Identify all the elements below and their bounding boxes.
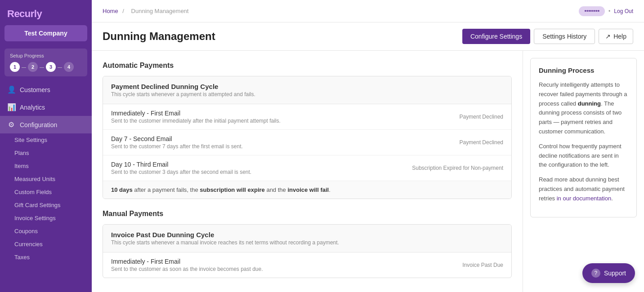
user-pill: •••••••• bbox=[579, 6, 605, 16]
configuration-icon: ⚙ bbox=[7, 120, 15, 129]
expire-notice: 10 days after a payment fails, the subsc… bbox=[103, 181, 511, 199]
support-icon: ? bbox=[591, 269, 600, 278]
right-panel: Dunning Process Recurly intelligently at… bbox=[523, 51, 644, 292]
automatic-card-header: Payment Declined Dunning Cycle This cycl… bbox=[103, 76, 511, 104]
sidebar-item-customers[interactable]: 👤 Customers bbox=[0, 81, 92, 98]
step-dot-3: — bbox=[58, 65, 62, 70]
cycle-row-3-badge: Subscription Expired for Non-payment bbox=[412, 165, 503, 171]
breadcrumb-separator: / bbox=[122, 8, 125, 14]
page-header: Dunning Management Configure Settings Se… bbox=[92, 22, 644, 51]
main: Home / Dunning Management •••••••• • Log… bbox=[92, 0, 644, 292]
step-4: 4 bbox=[64, 62, 74, 72]
sidebar-sub-currencies[interactable]: Currencies bbox=[0, 238, 92, 251]
manual-cycle-row-1-name: Immediately - First Email bbox=[111, 258, 263, 265]
sidebar-item-label-customers: Customers bbox=[20, 86, 50, 93]
main-content: Automatic Payments Payment Declined Dunn… bbox=[92, 51, 523, 292]
automatic-card-title: Payment Declined Dunning Cycle bbox=[111, 83, 503, 90]
manual-cycle-row-1: Immediately - First Email Sent to the cu… bbox=[103, 252, 511, 278]
automatic-payments-title: Automatic Payments bbox=[103, 62, 512, 70]
sidebar: Recurly Test Company Setup Progress 1 — … bbox=[0, 0, 92, 292]
content-area: Automatic Payments Payment Declined Dunn… bbox=[92, 51, 644, 292]
help-button[interactable]: ↗ Help bbox=[599, 29, 633, 44]
analytics-icon: 📊 bbox=[7, 103, 15, 111]
cycle-row-3: Day 10 - Third Email Sent to the custome… bbox=[103, 155, 511, 181]
customers-icon: 👤 bbox=[7, 85, 15, 94]
expire-inv-action: will fail bbox=[309, 186, 329, 193]
topbar-right: •••••••• • Log Out bbox=[579, 6, 633, 16]
manual-card-header: Invoice Past Due Dunning Cycle This cycl… bbox=[103, 225, 511, 252]
manual-cycle-row-1-badge: Invoice Past Due bbox=[462, 262, 503, 268]
sidebar-item-configuration[interactable]: ⚙ Configuration bbox=[0, 116, 92, 133]
step-2: 2 bbox=[28, 62, 38, 72]
setup-progress-label: Setup Progress bbox=[10, 53, 82, 58]
manual-payments-title: Manual Payments bbox=[103, 210, 512, 218]
sidebar-item-label-analytics: Analytics bbox=[20, 104, 45, 111]
manual-cycle-row-1-desc: Sent to the customer as soon as the invo… bbox=[111, 266, 263, 272]
sidebar-sub-site-settings[interactable]: Site Settings bbox=[0, 133, 92, 146]
page-title: Dunning Management bbox=[103, 30, 215, 43]
topbar: Home / Dunning Management •••••••• • Log… bbox=[92, 0, 644, 22]
logo-text: Recurly bbox=[7, 8, 42, 19]
sidebar-sub-plans[interactable]: Plans bbox=[0, 146, 92, 159]
logo: Recurly bbox=[0, 0, 92, 25]
sidebar-sub-items[interactable]: Items bbox=[0, 159, 92, 173]
cycle-row-1-name: Immediately - First Email bbox=[111, 110, 281, 117]
expire-inv-word: invoice bbox=[287, 186, 308, 193]
expire-sub-action: will expire bbox=[237, 186, 265, 193]
header-actions: Configure Settings Settings History ↗ He… bbox=[462, 29, 633, 44]
cycle-row-2-badge: Payment Declined bbox=[460, 139, 503, 146]
settings-history-button[interactable]: Settings History bbox=[534, 29, 595, 44]
cycle-row-2-desc: Sent to the customer 7 days after the fi… bbox=[111, 143, 243, 150]
support-label: Support bbox=[604, 270, 626, 277]
external-link-icon: ↗ bbox=[605, 33, 611, 40]
cycle-row-2-name: Day 7 - Second Email bbox=[111, 135, 243, 142]
cycle-row-3-name: Day 10 - Third Email bbox=[111, 161, 251, 168]
cycle-row-2: Day 7 - Second Email Sent to the custome… bbox=[103, 130, 511, 155]
dunning-para3-end: . bbox=[611, 195, 613, 202]
automatic-card-sub: This cycle starts whenever a payment is … bbox=[111, 91, 503, 97]
cycle-row-1-desc: Sent to the customer immediately after t… bbox=[111, 118, 281, 124]
breadcrumb: Home / Dunning Management bbox=[103, 8, 191, 14]
step-dot-1: — bbox=[22, 65, 26, 70]
sidebar-sub-gift-card-settings[interactable]: Gift Card Settings bbox=[0, 199, 92, 212]
dunning-process-title: Dunning Process bbox=[539, 66, 628, 74]
dunning-process-para2: Control how frequently payment decline n… bbox=[539, 142, 628, 170]
cycle-row-3-desc: Sent to the customer 3 days after the se… bbox=[111, 169, 251, 175]
help-label: Help bbox=[613, 33, 626, 40]
step-dot-2: — bbox=[40, 65, 44, 70]
dunning-process-para3: Read more about dunning best practices a… bbox=[539, 175, 628, 203]
step-3: 3 bbox=[46, 62, 56, 72]
company-button[interactable]: Test Company bbox=[4, 25, 87, 41]
dunning-process-para1: Recurly intelligently attempts to recove… bbox=[539, 80, 628, 137]
expire-sub-word: subscription bbox=[200, 186, 235, 193]
sidebar-sub-custom-fields[interactable]: Custom Fields bbox=[0, 186, 92, 199]
step-1: 1 bbox=[10, 62, 20, 72]
nav-section: 👤 Customers 📊 Analytics ⚙ Configuration … bbox=[0, 81, 92, 264]
dunning-doc-link[interactable]: in our documentation bbox=[557, 195, 611, 202]
configure-settings-button[interactable]: Configure Settings bbox=[462, 29, 530, 44]
manual-card-sub: This cycle starts whenever a manual invo… bbox=[111, 239, 503, 246]
breadcrumb-home[interactable]: Home bbox=[103, 8, 118, 14]
cycle-row-1-badge: Payment Declined bbox=[460, 114, 503, 120]
sidebar-item-analytics[interactable]: 📊 Analytics bbox=[0, 98, 92, 116]
sidebar-sub-invoice-settings[interactable]: Invoice Settings bbox=[0, 212, 92, 225]
dot-separator: • bbox=[608, 8, 610, 14]
sidebar-sub-taxes[interactable]: Taxes bbox=[0, 251, 92, 264]
dunning-process-panel: Dunning Process Recurly intelligently at… bbox=[530, 58, 637, 217]
logout-link[interactable]: Log Out bbox=[614, 8, 633, 14]
sidebar-sub-coupons[interactable]: Coupons bbox=[0, 225, 92, 238]
cycle-row-1: Immediately - First Email Sent to the cu… bbox=[103, 104, 511, 130]
sidebar-sub-measured-units[interactable]: Measured Units bbox=[0, 173, 92, 186]
manual-payments-card: Invoice Past Due Dunning Cycle This cycl… bbox=[103, 224, 512, 278]
expire-days: 10 days bbox=[111, 186, 133, 193]
automatic-payments-card: Payment Declined Dunning Cycle This cycl… bbox=[103, 76, 512, 199]
sidebar-item-label-configuration: Configuration bbox=[20, 121, 57, 128]
manual-card-title: Invoice Past Due Dunning Cycle bbox=[111, 231, 503, 239]
support-button[interactable]: ? Support bbox=[582, 263, 635, 283]
setup-steps: 1 — 2 — 3 — 4 bbox=[10, 62, 82, 72]
setup-progress-box: Setup Progress 1 — 2 — 3 — 4 bbox=[4, 49, 87, 76]
breadcrumb-current: Dunning Management bbox=[131, 8, 189, 14]
dunning-bold: dunning bbox=[578, 100, 601, 107]
